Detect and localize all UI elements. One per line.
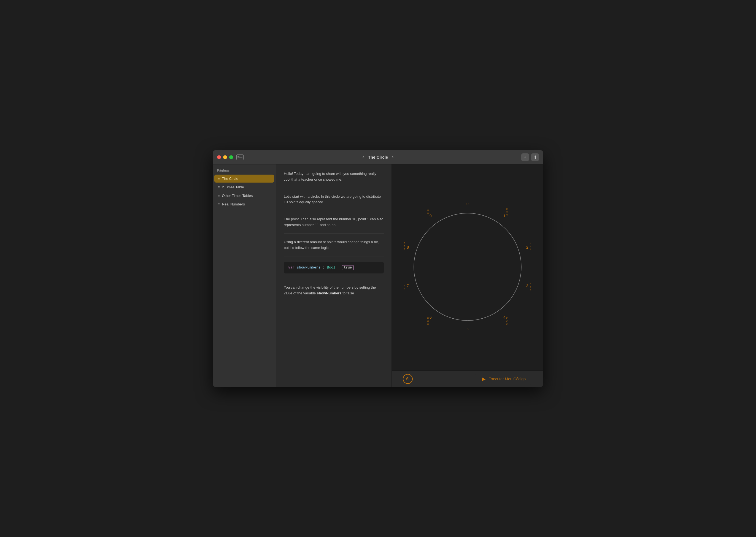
- sidebar-item-other-times-tables[interactable]: ≡ Other Times Tables: [214, 192, 274, 200]
- svg-text:13: 13: [530, 283, 531, 286]
- svg-text:21: 21: [506, 211, 508, 213]
- svg-text:27: 27: [404, 287, 405, 290]
- paragraph-3: The point 0 can also represent the numbe…: [284, 217, 384, 228]
- svg-text:9: 9: [429, 214, 432, 218]
- svg-text:3: 3: [526, 284, 528, 288]
- svg-text:4: 4: [503, 315, 506, 319]
- description-paragraph: You can change the visibility of the num…: [284, 285, 384, 296]
- titlebar: ‹ The Circle › + ⬆: [213, 150, 543, 164]
- sidebar-item-the-circle[interactable]: ≡ The Circle: [214, 175, 274, 183]
- svg-text:0: 0: [467, 203, 468, 206]
- svg-text:16: 16: [427, 316, 429, 319]
- code-keyword: var: [288, 266, 294, 269]
- nav-prev-button[interactable]: ‹: [362, 154, 365, 160]
- svg-text:17: 17: [404, 284, 405, 287]
- circle-container: 0102030111213121222323132333414243451525…: [404, 203, 531, 331]
- titlebar-actions: + ⬆: [521, 153, 539, 161]
- list-icon: ≡: [218, 202, 220, 206]
- svg-text:6: 6: [429, 315, 432, 319]
- description-bold: showNumbers: [317, 291, 342, 295]
- code-value: true: [342, 265, 354, 270]
- svg-text:12: 12: [530, 241, 531, 244]
- divider-1: [284, 188, 384, 188]
- svg-text:33: 33: [530, 289, 531, 292]
- titlebar-center: ‹ The Circle ›: [362, 154, 395, 160]
- sidebar-label-other-times-tables: Other Times Tables: [222, 193, 253, 198]
- svg-text:31: 31: [506, 214, 508, 217]
- text-panel: Hello! Today I am going to share with yo…: [276, 164, 392, 387]
- svg-text:29: 29: [427, 212, 429, 215]
- svg-text:19: 19: [427, 209, 429, 212]
- svg-text:34: 34: [506, 322, 508, 325]
- svg-text:11: 11: [506, 208, 508, 210]
- app-window: ‹ The Circle › + ⬆ Páginas ≡ The Circle …: [213, 150, 543, 387]
- circle-svg: 0102030111213121222323132333414243451525…: [404, 203, 531, 330]
- svg-text:24: 24: [506, 319, 508, 322]
- svg-text:1: 1: [503, 214, 506, 218]
- viz-footer: ⏱ ▶ Executar Meu Código: [392, 370, 543, 387]
- svg-text:23: 23: [530, 286, 531, 289]
- main-content: Páginas ≡ The Circle ≡ 2 Times Table ≡ O…: [213, 164, 543, 387]
- timer-icon[interactable]: ⏱: [403, 374, 413, 384]
- svg-text:8: 8: [407, 245, 409, 250]
- svg-text:15: 15: [466, 329, 469, 330]
- code-block: var showNumbers : Bool = true: [284, 262, 384, 273]
- play-icon: ▶: [482, 376, 486, 382]
- sidebar: Páginas ≡ The Circle ≡ 2 Times Table ≡ O…: [213, 164, 276, 387]
- divider-3: [284, 233, 384, 234]
- add-button[interactable]: +: [521, 153, 529, 161]
- sidebar-item-real-numbers[interactable]: ≡ Real Numbers: [214, 200, 274, 208]
- list-icon: ≡: [218, 193, 220, 198]
- close-button[interactable]: [217, 155, 221, 159]
- sidebar-label-the-circle: The Circle: [222, 177, 238, 181]
- nav-next-button[interactable]: ›: [391, 154, 394, 160]
- run-button[interactable]: ▶ Executar Meu Código: [475, 373, 532, 385]
- paragraph-1: Hello! Today I am going to share with yo…: [284, 171, 384, 183]
- list-icon: ≡: [218, 185, 220, 189]
- svg-text:26: 26: [427, 319, 429, 322]
- divider-2: [284, 211, 384, 211]
- svg-text:18: 18: [404, 241, 405, 244]
- run-label: Executar Meu Código: [488, 377, 526, 381]
- svg-text:22: 22: [530, 244, 531, 247]
- minimize-button[interactable]: [223, 155, 227, 159]
- svg-text:7: 7: [407, 284, 409, 288]
- svg-text:36: 36: [427, 322, 429, 325]
- titlebar-title: The Circle: [368, 155, 388, 159]
- svg-text:32: 32: [530, 247, 531, 250]
- viz-canvas: 0102030111213121222323132333414243451525…: [392, 164, 543, 370]
- viz-panel: 0102030111213121222323132333414243451525…: [392, 164, 543, 387]
- svg-point-0: [414, 213, 521, 320]
- sidebar-label-2-times-table: 2 Times Table: [222, 185, 244, 189]
- share-button[interactable]: ⬆: [531, 153, 539, 161]
- svg-text:30: 30: [466, 203, 469, 204]
- svg-text:38: 38: [404, 247, 405, 250]
- code-varname: showNumbers: [297, 266, 320, 269]
- svg-text:28: 28: [404, 244, 405, 247]
- sidebar-label-real-numbers: Real Numbers: [222, 202, 245, 206]
- code-colon: :: [323, 266, 327, 269]
- paragraph-2: Let's start with a circle. In this circl…: [284, 194, 384, 205]
- maximize-button[interactable]: [229, 155, 233, 159]
- paragraph-4: Using a diferent amount of points would …: [284, 239, 384, 251]
- content-area: Hello! Today I am going to share with yo…: [276, 164, 543, 387]
- sidebar-item-2-times-table[interactable]: ≡ 2 Times Table: [214, 183, 274, 191]
- traffic-lights: [217, 155, 233, 159]
- code-equals: =: [338, 266, 342, 269]
- sidebar-section-label: Páginas: [213, 168, 276, 174]
- svg-text:14: 14: [506, 316, 508, 319]
- svg-text:2: 2: [526, 245, 528, 250]
- code-type: Bool: [327, 266, 335, 269]
- description-suffix: to false: [342, 291, 354, 295]
- sidebar-toggle-button[interactable]: [236, 154, 244, 160]
- list-icon: ≡: [218, 177, 220, 181]
